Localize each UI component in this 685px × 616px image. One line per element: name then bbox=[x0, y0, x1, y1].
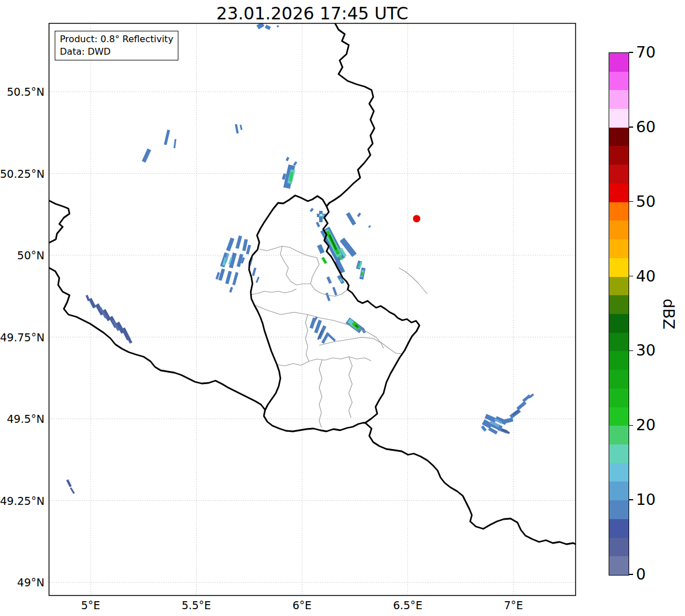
radar-echo-segment bbox=[237, 236, 240, 248]
radar-echo-segment bbox=[277, 26, 279, 27]
radar-echo-segment bbox=[228, 238, 233, 251]
colorbar-segment bbox=[609, 128, 629, 146]
colorbar-segment bbox=[609, 556, 629, 575]
radar-echo-segment bbox=[230, 287, 232, 292]
colorbar-segment bbox=[609, 314, 629, 333]
colorbar-segment bbox=[609, 351, 629, 370]
radar-echo-segment bbox=[128, 336, 131, 343]
colorbar-segment bbox=[609, 221, 629, 239]
radar-echo-segment bbox=[328, 334, 335, 341]
radar-echo-segment bbox=[87, 295, 89, 301]
colorbar-tick-mark bbox=[629, 127, 633, 128]
lon-tick-label: 6.5°E bbox=[393, 599, 423, 611]
colorbar-segment bbox=[609, 482, 629, 500]
colorbar-segment bbox=[609, 72, 629, 91]
lat-tick-label: 49°N bbox=[0, 576, 44, 589]
radar-echo-segment bbox=[283, 174, 285, 180]
radar-echo-segment bbox=[327, 293, 329, 301]
radar-echo-segment bbox=[291, 172, 292, 181]
radar-echo-segment bbox=[348, 213, 354, 225]
country-borders bbox=[49, 23, 576, 544]
radar-site-dot bbox=[413, 215, 421, 222]
map-frame bbox=[49, 23, 576, 595]
radar-echo-segment bbox=[244, 239, 246, 251]
colorbar-segment bbox=[609, 426, 629, 444]
admin-border-path bbox=[305, 315, 309, 361]
colorbar-tick-label: 70 bbox=[636, 43, 655, 61]
lon-tick-label: 5.5°E bbox=[182, 599, 211, 611]
colorbar-segment bbox=[609, 90, 629, 109]
radar-echo-segment bbox=[328, 277, 331, 283]
colorbar-segment bbox=[609, 258, 629, 277]
colorbar-segment bbox=[609, 53, 629, 72]
colorbar-tick-mark bbox=[629, 499, 633, 500]
radar-echo-segment bbox=[174, 139, 176, 148]
radar-echo-segment bbox=[238, 254, 242, 267]
grid-layer bbox=[49, 23, 576, 595]
colorbar-segment bbox=[609, 463, 629, 482]
radar-echo-segment bbox=[266, 26, 270, 28]
colorbar-tick-label: 50 bbox=[636, 193, 655, 210]
lat-tick-label: 50°N bbox=[0, 249, 44, 262]
colorbar-segment bbox=[609, 444, 629, 463]
radar-map-page: 23.01.2026 17:45 UTC Product: 0.8° Refle… bbox=[0, 0, 685, 616]
radar-echo-segment bbox=[316, 320, 320, 333]
map-svg bbox=[0, 0, 685, 616]
colorbar-tick-label: 60 bbox=[636, 118, 655, 136]
radar-echo-segment bbox=[217, 272, 219, 279]
radar-echo-segment bbox=[311, 209, 313, 211]
colorbar-segment bbox=[609, 277, 629, 296]
radar-echo-segment bbox=[486, 416, 496, 421]
colorbar-segment bbox=[609, 183, 629, 202]
colorbar-segment bbox=[609, 146, 629, 165]
radar-echo-segment bbox=[294, 162, 296, 165]
radar-echo-segment bbox=[220, 269, 223, 280]
colorbar-tick-label: 0 bbox=[636, 565, 646, 583]
lon-tick-label: 7°E bbox=[504, 599, 523, 611]
radar-echo-segment bbox=[369, 226, 370, 227]
radar-site-marker bbox=[413, 215, 421, 222]
colorbar-tick-mark bbox=[629, 425, 633, 426]
colorbar-segment bbox=[609, 389, 629, 407]
lat-tick-label: 50.25°N bbox=[0, 168, 44, 180]
colorbar-tick-mark bbox=[629, 52, 633, 53]
radar-echo-segment bbox=[319, 245, 323, 253]
radar-echo-segment bbox=[67, 480, 71, 487]
country-border-france-belgium bbox=[49, 268, 265, 410]
country-border-germany bbox=[323, 23, 576, 544]
lon-tick-label: 6°E bbox=[292, 599, 312, 611]
colorbar-segment bbox=[609, 538, 629, 557]
admin-border-path bbox=[280, 246, 311, 285]
product-info-line: Product: 0.8° Reflectivity bbox=[60, 33, 173, 46]
colorbar-segment bbox=[609, 500, 629, 519]
radar-echo-segment bbox=[482, 426, 486, 431]
colorbar-segment bbox=[609, 519, 629, 538]
colorbar-tick-label: 30 bbox=[636, 341, 655, 359]
radar-echo-segment bbox=[361, 272, 362, 276]
admin-border-path bbox=[277, 357, 371, 366]
colorbar-segment bbox=[609, 333, 629, 352]
radar-echo-segment bbox=[323, 258, 326, 263]
radar-echo-segment bbox=[313, 317, 317, 323]
admin-border-path bbox=[319, 337, 402, 354]
radar-echo-segment bbox=[529, 394, 533, 398]
country-border-luxembourg bbox=[249, 195, 365, 431]
radar-echo-segment bbox=[358, 213, 360, 217]
admin-border-path bbox=[319, 360, 322, 427]
radar-echo-segment bbox=[287, 157, 288, 161]
colorbar-segment bbox=[609, 370, 629, 389]
lat-tick-label: 49.75°N bbox=[0, 331, 44, 344]
colorbar-tick-label: 20 bbox=[636, 416, 655, 434]
radar-echo-segment bbox=[517, 402, 525, 409]
radar-echo-segment bbox=[256, 277, 259, 283]
radar-echo-segment bbox=[504, 419, 513, 422]
colorbar-tick-mark bbox=[629, 350, 633, 352]
lat-tick-label: 50.5°N bbox=[0, 85, 44, 98]
colorbar bbox=[609, 52, 629, 576]
radar-echo-segment bbox=[258, 24, 263, 27]
country-border-west-loop bbox=[49, 201, 70, 243]
lon-tick-label: 5°E bbox=[81, 599, 100, 611]
colorbar-segment bbox=[609, 295, 629, 314]
lat-tick-label: 49.5°N bbox=[0, 413, 44, 425]
colorbar-tick-label: 40 bbox=[636, 267, 655, 284]
